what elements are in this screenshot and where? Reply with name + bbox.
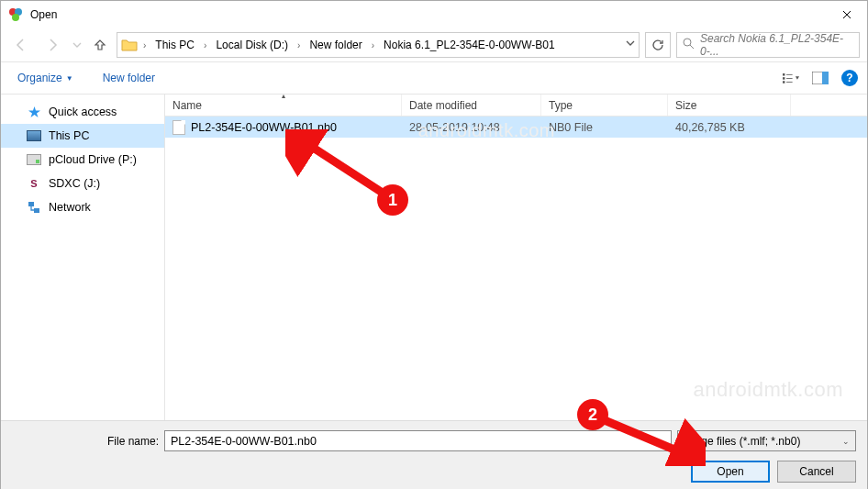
forward-button[interactable]: [39, 32, 65, 58]
drive-icon: [27, 152, 41, 167]
navigation-bar: › This PC › Local Disk (D:) › New folder…: [1, 28, 867, 61]
address-bar[interactable]: › This PC › Local Disk (D:) › New folder…: [117, 32, 640, 58]
chevron-down-icon: ▼: [66, 74, 73, 83]
sd-card-icon: S: [27, 176, 41, 191]
filename-label: File name:: [12, 435, 159, 448]
cancel-button-label: Cancel: [799, 465, 833, 478]
annotation-arrow-1: [285, 129, 405, 212]
svg-rect-8: [786, 78, 793, 79]
toolbar: Organize ▼ New folder ?: [1, 61, 867, 94]
up-button[interactable]: [89, 34, 111, 56]
svg-rect-9: [786, 82, 793, 83]
breadcrumb-current[interactable]: Nokia 6.1_PL2-354E-0-00WW-B01: [380, 35, 559, 55]
chevron-down-icon: ⌄: [842, 437, 850, 446]
star-icon: [27, 105, 41, 119]
network-icon: [27, 200, 41, 215]
new-folder-button[interactable]: New folder: [95, 66, 162, 90]
annotation-arrow-2: [595, 411, 706, 466]
sidebar-item-quick-access[interactable]: Quick access: [1, 100, 164, 124]
breadcrumb-local-disk[interactable]: Local Disk (D:): [212, 35, 292, 55]
close-button[interactable]: [826, 1, 867, 28]
breadcrumb-new-folder[interactable]: New folder: [306, 35, 365, 55]
svg-point-3: [684, 39, 691, 46]
svg-rect-13: [34, 208, 39, 213]
chevron-right-icon: ›: [204, 40, 206, 50]
svg-line-14: [302, 140, 391, 198]
file-date: 28-05-2019 10:48: [402, 121, 541, 134]
sidebar: Quick access This PC pCloud Drive (P:) S…: [1, 94, 164, 420]
search-input[interactable]: Search Nokia 6.1_PL2-354E-0-...: [676, 32, 860, 58]
sidebar-item-pcloud[interactable]: pCloud Drive (P:): [1, 148, 164, 172]
sidebar-item-network[interactable]: Network: [1, 195, 164, 219]
column-date-label: Date modified: [409, 99, 477, 112]
search-placeholder: Search Nokia 6.1_PL2-354E-0-...: [700, 32, 853, 58]
column-size[interactable]: Size: [668, 94, 791, 116]
recent-locations-button[interactable]: [71, 32, 83, 58]
svg-rect-4: [783, 73, 785, 75]
refresh-button[interactable]: [645, 32, 671, 58]
column-type-label: Type: [549, 99, 573, 112]
svg-rect-6: [783, 81, 785, 83]
column-size-label: Size: [675, 99, 696, 112]
file-list-area: ▴Name Date modified Type Size PL2-354E-0…: [164, 94, 867, 420]
sidebar-item-label: pCloud Drive (P:): [49, 153, 137, 166]
svg-point-2: [12, 14, 19, 21]
app-icon: [8, 7, 23, 22]
help-button[interactable]: ?: [841, 70, 858, 86]
chevron-right-icon: ›: [372, 40, 374, 50]
view-controls: ?: [783, 70, 858, 86]
folder-icon: [121, 37, 138, 53]
sort-asc-icon: ▴: [282, 92, 285, 100]
sidebar-item-this-pc[interactable]: This PC: [1, 124, 164, 148]
column-date[interactable]: Date modified: [402, 94, 541, 116]
file-icon: [172, 120, 185, 135]
file-row[interactable]: PL2-354E-0-00WW-B01.nb0 28-05-2019 10:48…: [165, 117, 867, 138]
svg-rect-7: [786, 74, 793, 75]
column-headers: ▴Name Date modified Type Size: [165, 94, 867, 117]
column-type[interactable]: Type: [541, 94, 668, 116]
file-type: NB0 File: [541, 121, 668, 134]
chevron-right-icon: ›: [297, 40, 300, 50]
window-title: Open: [30, 8, 57, 21]
organize-button[interactable]: Organize ▼: [10, 66, 81, 90]
new-folder-label: New folder: [103, 72, 155, 84]
file-size: 40,26,785 KB: [668, 121, 791, 134]
address-dropdown-icon[interactable]: [626, 39, 635, 50]
sidebar-item-sdxc[interactable]: S SDXC (J:): [1, 172, 164, 195]
preview-pane-button[interactable]: [812, 70, 829, 86]
breadcrumb-this-pc[interactable]: This PC: [151, 35, 198, 55]
column-name[interactable]: ▴Name: [165, 94, 402, 116]
footer: File name: image files (*.mlf; *.nb0) ⌄ …: [1, 420, 867, 489]
pc-icon: [27, 128, 41, 143]
chevron-right-icon: ›: [143, 40, 146, 50]
column-name-label: Name: [172, 99, 202, 112]
sidebar-item-label: This PC: [49, 129, 89, 142]
sidebar-item-label: Network: [49, 201, 91, 214]
svg-line-15: [600, 418, 687, 455]
organize-label: Organize: [17, 72, 62, 84]
titlebar: Open: [1, 1, 867, 28]
svg-rect-11: [822, 72, 829, 84]
sidebar-item-label: Quick access: [49, 106, 117, 118]
open-button-label: Open: [717, 465, 743, 478]
sidebar-item-label: SDXC (J:): [49, 177, 100, 190]
content-area: Quick access This PC pCloud Drive (P:) S…: [1, 94, 867, 420]
svg-rect-5: [783, 77, 785, 79]
svg-rect-12: [28, 202, 34, 206]
view-options-button[interactable]: [783, 70, 799, 86]
search-icon: [683, 38, 695, 52]
cancel-button[interactable]: Cancel: [777, 461, 856, 483]
back-button[interactable]: [8, 32, 34, 58]
open-dialog-window: Open › This PC › Local Disk (D:) › New f: [0, 0, 868, 489]
